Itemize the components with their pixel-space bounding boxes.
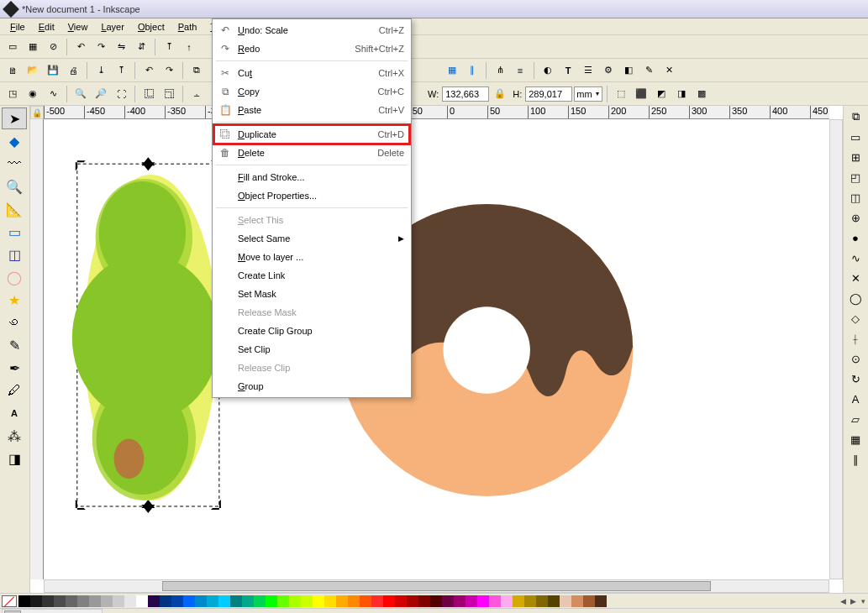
menu-item-select-same[interactable]: Select Same▶ [214,229,409,248]
print-button[interactable]: 🖨 [64,61,82,80]
snap-page-button[interactable]: ▱ [845,410,865,428]
menu-item-set-clip[interactable]: Set Clip [214,340,409,359]
palette-scroll-left[interactable]: ◀ [838,597,848,605]
color-swatch[interactable] [324,595,336,607]
zoom-in-button[interactable]: 🔍 [71,85,90,103]
color-swatch[interactable] [266,595,277,607]
menu-item-group[interactable]: Group [214,377,409,396]
color-swatch[interactable] [171,595,183,607]
copy-button[interactable]: ⧉ [187,61,206,80]
color-swatch[interactable] [230,595,242,607]
new-button[interactable]: 🗎 [3,61,22,80]
swatch-none[interactable] [2,595,17,607]
color-swatch[interactable] [148,595,160,607]
w-input[interactable] [442,86,489,102]
menu-item-redo[interactable]: ↷RedoShift+Ctrl+Z [214,39,409,58]
menu-object[interactable]: Object [131,20,171,34]
h-input[interactable] [525,86,572,102]
spiral-tool[interactable]: ꩜ [2,312,27,333]
zoom-fit-button[interactable]: ⛶ [112,85,130,103]
color-swatch[interactable] [183,595,195,607]
measure-tool[interactable]: 📐 [2,198,27,220]
fill-stroke-button[interactable]: ◐ [539,61,557,80]
redo-button[interactable]: ↷ [160,61,178,80]
object-props-button[interactable]: ⚙ [599,61,618,80]
star-tool[interactable]: ★ [2,289,27,311]
export-button[interactable]: ⤒ [112,61,130,80]
menu-file[interactable]: File [3,20,32,34]
pen-tool[interactable]: ✒ [2,357,27,379]
snap-text-button[interactable]: A [845,390,865,408]
ruler-vertical[interactable] [30,119,44,579]
color-swatch[interactable] [124,595,136,607]
rotate-cw-button[interactable]: ↷ [92,38,110,56]
selector-tool[interactable]: ➤ [2,107,27,129]
color-swatch[interactable] [277,595,289,607]
flip-h-button[interactable]: ⇋ [112,38,130,56]
color-swatch[interactable] [466,595,477,607]
canvas-scrollbar-h[interactable] [44,579,829,593]
color-swatch[interactable] [536,595,548,607]
zoom-tool[interactable]: 🔍 [2,176,27,197]
color-swatch[interactable] [477,595,489,607]
color-swatch[interactable] [360,595,371,607]
color-swatch[interactable] [42,595,54,607]
color-swatch[interactable] [430,595,442,607]
select-all-button[interactable]: ▭ [3,38,22,56]
color-swatch[interactable] [30,595,42,607]
trace-button[interactable]: ✎ [639,61,658,80]
snap-edge-button[interactable]: ⊞ [845,148,865,166]
color-swatch[interactable] [218,595,230,607]
color-swatch[interactable] [54,595,66,607]
toggle-guides-button[interactable]: ∥ [463,61,481,80]
color-swatch[interactable] [101,595,113,607]
menu-layer[interactable]: Layer [94,20,131,34]
canvas-area[interactable]: 🔒 -500-450-400-350-300-250-200-150-100-5… [30,106,843,593]
open-button[interactable]: 📂 [24,61,42,80]
menu-item-object-properties[interactable]: Object Properties... [214,186,409,205]
color-swatch[interactable] [207,595,218,607]
color-swatch[interactable] [383,595,395,607]
menu-path[interactable]: Path [171,20,204,34]
bottom-scroll-track[interactable] [2,609,103,613]
snap-object-center-button[interactable]: ⊙ [845,349,865,368]
align-button[interactable]: ≡ [511,61,529,80]
pencil-tool[interactable]: ✎ [2,334,27,356]
color-swatch[interactable] [418,595,430,607]
raise-top-button[interactable]: ⤒ [160,38,178,56]
node-tool[interactable]: ◆ [2,130,27,152]
snap-path-button[interactable]: ∿ [845,249,865,267]
snap-bbox-button[interactable]: ▭ [845,128,865,146]
menu-item-paste[interactable]: 📋PasteCtrl+V [214,101,409,119]
color-swatch[interactable] [489,595,501,607]
color-swatch[interactable] [395,595,407,607]
color-swatch[interactable] [242,595,254,607]
eraser-tool[interactable]: ◨ [2,448,27,469]
deselect-button[interactable]: ⊘ [44,38,62,56]
menu-item-duplicate[interactable]: ⿻DuplicateCtrl+D [214,125,409,144]
menu-item-create-link[interactable]: Create Link [214,266,409,285]
undo-button[interactable]: ↶ [139,61,158,80]
affect-gradient-button[interactable]: ◨ [672,85,691,103]
snap-guide-button[interactable]: ∥ [845,450,865,469]
text-button[interactable]: T [559,61,577,80]
menu-item-fill-and-stroke[interactable]: Fill and Stroke... [214,168,409,186]
ellipse-tool[interactable]: ◯ [2,266,27,288]
snap-bbox-button[interactable]: ◳ [3,85,22,103]
menu-item-move-to-layer[interactable]: Move to layer ... [214,248,409,266]
layers-button[interactable]: ☰ [579,61,597,80]
zoom-out-button[interactable]: 🔎 [92,85,110,103]
prefs-button[interactable]: ✕ [660,61,678,80]
calligraphy-tool[interactable]: 🖊 [2,380,27,401]
color-swatch[interactable] [560,595,571,607]
color-swatch[interactable] [336,595,348,607]
menu-edit[interactable]: Edit [32,20,61,34]
menu-item-set-mask[interactable]: Set Mask [214,285,409,303]
palette-scroll-right[interactable]: ▶ [848,597,858,605]
flip-v-button[interactable]: ⇵ [132,38,150,56]
ruler-horizontal[interactable]: -500-450-400-350-300-250-200-150-100-500… [44,106,829,119]
transform-button[interactable]: ◧ [619,61,638,80]
snap-midpoint-button[interactable]: ◫ [845,188,865,207]
canvas-scrollbar-v[interactable] [829,119,843,579]
group-button[interactable]: ⿺ [139,85,158,103]
